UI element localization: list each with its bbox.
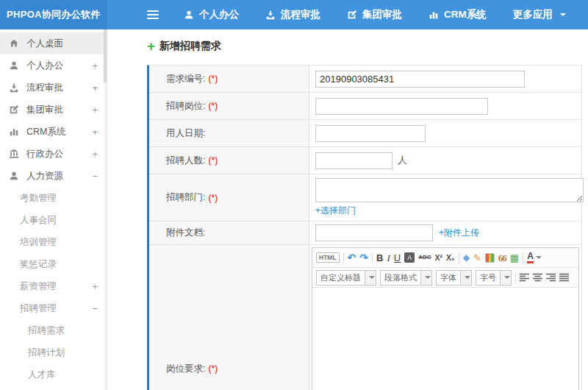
caret-down-icon	[365, 271, 376, 285]
align-center-icon[interactable]	[533, 273, 542, 282]
table-icon[interactable]: ▦	[510, 253, 519, 263]
label-text: 需求编号:	[166, 73, 205, 85]
quote-icon[interactable]: 66	[498, 253, 506, 263]
required-mark: (*)	[208, 101, 218, 111]
sidebar-item-talent-pool[interactable]: 人才库	[0, 364, 107, 386]
caret-down-icon	[500, 271, 511, 285]
sidebar-item-admin-office[interactable]: 行政办公 +	[0, 143, 107, 165]
demand-number-input[interactable]	[315, 71, 525, 88]
sidebar-item-training[interactable]: 培训管理	[0, 231, 107, 253]
sidebar-item-crm[interactable]: CRM系统 +	[0, 121, 107, 143]
sidebar-item-attendance[interactable]: 考勤管理	[0, 187, 107, 209]
bold-button[interactable]: B	[376, 253, 383, 263]
field-value	[309, 93, 581, 119]
expand-toggle[interactable]: −	[92, 303, 98, 314]
expand-toggle[interactable]: +	[92, 281, 98, 292]
nav-group-approval[interactable]: 集团审批	[347, 8, 402, 21]
sidebar-item-label: 薪资管理	[20, 280, 57, 293]
eraser-icon[interactable]: ◆	[463, 253, 470, 262]
field-value: HTML ↶ ↷ B I U A ABC X² X₂	[309, 245, 581, 390]
editor-toolbar-row1: HTML ↶ ↷ B I U A ABC X² X₂	[312, 248, 578, 268]
editor-content-area[interactable]	[312, 288, 578, 390]
sidebar-item-label: 考勤管理	[20, 192, 57, 205]
attachment-upload-link[interactable]: +附件上传	[439, 227, 479, 239]
nav-more-apps[interactable]: 更多应用	[513, 8, 566, 21]
sidebar-item-label: 招聘管理	[20, 302, 57, 315]
sidebar-item-recruit-mgmt[interactable]: 招聘管理 −	[0, 297, 107, 319]
attachment-input[interactable]	[315, 224, 433, 241]
hamburger-icon[interactable]	[147, 10, 159, 19]
sidebar-item-recruit-demand[interactable]: 招聘需求	[0, 319, 107, 341]
sidebar-item-rewards[interactable]: 奖惩记录	[0, 253, 107, 275]
field-label: 招聘人数: (*)	[149, 147, 309, 174]
editor-toolbar-row2: 自定义标题 段落格式 字体	[312, 268, 578, 288]
label-text: 招聘部门:	[166, 191, 205, 204]
sidebar-item-recruit-plan[interactable]: 招聘计划	[0, 341, 107, 364]
workflow-icon	[9, 82, 20, 93]
fill-color-icon[interactable]	[485, 253, 495, 263]
strikethrough-button[interactable]: ABC	[418, 255, 431, 260]
select-department-link[interactable]: +选择部门	[315, 205, 356, 217]
chart-icon	[429, 10, 439, 20]
nav-personal-office[interactable]: 个人办公	[184, 8, 239, 21]
align-right-icon[interactable]	[546, 273, 556, 282]
undo-button[interactable]: ↶	[348, 252, 356, 263]
expand-toggle[interactable]: +	[92, 127, 98, 138]
expand-toggle[interactable]: +	[92, 82, 98, 93]
recruit-position-input[interactable]	[315, 98, 488, 115]
sidebar-item-personal-office[interactable]: 个人办公 +	[0, 54, 107, 77]
sidebar-item-salary[interactable]: 薪资管理 +	[0, 275, 107, 297]
approval-icon	[9, 104, 20, 115]
expand-toggle[interactable]: +	[92, 104, 98, 116]
user-icon	[9, 60, 20, 71]
nav-workflow-approval[interactable]: 流程审批	[265, 8, 320, 21]
nav-crm[interactable]: CRM系统	[429, 8, 487, 21]
italic-button[interactable]: I	[387, 253, 390, 263]
topbar: PHPOA协同办公软件 个人办公 流程审批 集团审批 CRM系统 更多应用	[0, 0, 588, 29]
hire-date-input[interactable]	[315, 125, 426, 142]
user-icon	[184, 10, 194, 20]
sidebar-item-hr[interactable]: 人力资源 −	[0, 165, 107, 187]
sidebar-item-personal-desktop[interactable]: 个人桌面	[0, 32, 107, 54]
font-color-button[interactable]: A	[527, 252, 542, 263]
font-size-select[interactable]: 字号	[476, 270, 512, 286]
label-text: 附件文档:	[166, 227, 205, 239]
chart-icon	[9, 127, 20, 137]
select-label: 字体	[437, 272, 460, 283]
custom-title-select[interactable]: 自定义标题	[316, 270, 376, 286]
expand-toggle[interactable]: +	[92, 149, 98, 160]
form-row-demand-number: 需求编号: (*)	[149, 65, 581, 93]
top-nav: 个人办公 流程审批 集团审批 CRM系统 更多应用	[184, 8, 566, 21]
sidebar-item-workflow-approval[interactable]: 流程审批 +	[0, 77, 107, 99]
superscript-button[interactable]: X²	[435, 254, 443, 262]
sidebar-item-hr-contract[interactable]: 人事合同	[0, 209, 107, 231]
expand-toggle[interactable]: +	[92, 60, 98, 71]
sidebar-item-label: 人才库	[28, 369, 56, 381]
sidebar-item-label: 个人办公	[26, 60, 63, 72]
font-family-select[interactable]: 字体	[436, 270, 472, 286]
brush-icon[interactable]: ✎	[473, 253, 481, 263]
label-text: 招聘人数:	[166, 155, 205, 167]
subscript-button[interactable]: X₂	[446, 254, 455, 262]
redo-button[interactable]: ↷	[359, 252, 368, 263]
paragraph-format-select[interactable]: 段落格式	[380, 270, 432, 286]
scrollbar-thumb[interactable]	[104, 29, 107, 82]
align-left-icon[interactable]	[520, 273, 529, 282]
form-row-headcount: 招聘人数: (*) 人	[149, 147, 581, 174]
sidebar-item-label: 集团审批	[26, 104, 63, 116]
field-label: 岗位要求: (*)	[149, 245, 309, 390]
page-title: 新增招聘需求	[159, 40, 221, 53]
sidebar-item-label: CRM系统	[26, 126, 65, 138]
underline-button[interactable]: U	[394, 253, 401, 263]
headcount-input[interactable]	[315, 152, 392, 169]
expand-toggle[interactable]: −	[92, 171, 98, 182]
align-justify-icon[interactable]	[559, 273, 569, 282]
unit-suffix: 人	[398, 154, 407, 167]
recruit-department-textarea[interactable]	[315, 178, 584, 202]
main-layout: 个人桌面 个人办公 + 流程审批 + 集团审批 + CRM系统 + 行政办公 +	[0, 29, 588, 390]
field-label: 用人日期:	[149, 120, 309, 146]
html-source-button[interactable]: HTML	[316, 252, 340, 263]
sidebar-scrollbar[interactable]	[104, 29, 107, 390]
font-button[interactable]: A	[404, 252, 415, 263]
sidebar-item-group-approval[interactable]: 集团审批 +	[0, 99, 107, 121]
